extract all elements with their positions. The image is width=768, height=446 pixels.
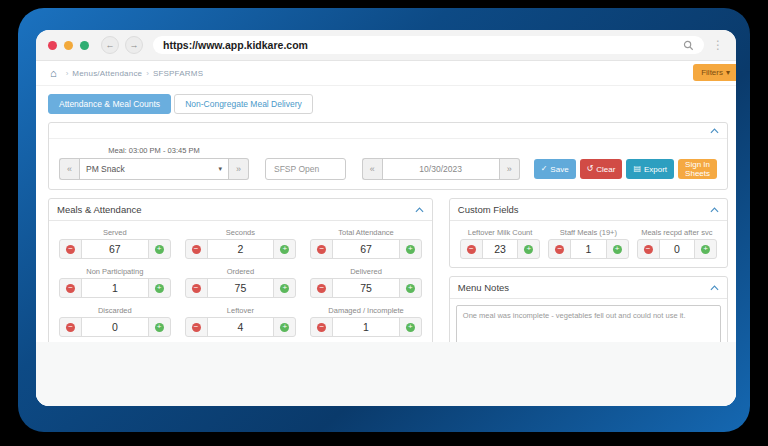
decrement-button[interactable]: − [638,240,659,258]
minimize-window-icon[interactable] [64,41,73,50]
url-bar[interactable]: https://www.app.kidkare.com [153,36,704,54]
meal-selector-panel: Meal: 03:00 PM - 03:45 PM « PM Snack ▾ »… [48,122,728,190]
increment-button[interactable]: + [400,318,421,336]
counter-value[interactable]: 67 [332,240,400,258]
save-button-label: Save [550,165,568,174]
home-icon[interactable]: ⌂ [50,68,57,79]
counter-label: Delivered [310,267,422,276]
increment-button[interactable]: + [149,318,170,336]
decrement-button[interactable]: − [60,240,81,258]
increment-button[interactable]: + [274,279,295,297]
previous-date-button[interactable]: « [362,158,382,180]
close-window-icon[interactable] [48,41,57,50]
counter-value[interactable]: 67 [81,240,149,258]
increment-button[interactable]: + [149,279,170,297]
clear-button[interactable]: ↺ Clear [580,159,623,179]
search-icon[interactable] [683,40,694,51]
decrement-button[interactable]: − [311,318,332,336]
collapse-chevron-up-icon[interactable] [710,128,719,134]
forward-icon: → [130,40,139,50]
collapse-chevron-up-icon[interactable] [415,207,424,213]
action-buttons: ✓ Save ↺ Clear ▤ Export Sign In Sheets [534,159,717,179]
counter-control: − 2 + [185,239,297,259]
collapse-chevron-up-icon[interactable] [710,285,719,291]
increment-button[interactable]: + [607,240,628,258]
counter-value[interactable]: 23 [482,240,518,258]
filters-button[interactable]: Filters ▾ [693,64,736,81]
counter-served: Served − 67 + [59,228,171,259]
site-input-value: SFSP Open [274,164,319,174]
tab-attendance-meal-counts[interactable]: Attendance & Meal Counts [48,94,171,114]
sign-in-sheets-button[interactable]: Sign In Sheets [678,159,717,179]
minus-icon: − [317,323,326,332]
counter-damaged-incomplete: Damaged / Incomplete − 1 + [310,306,422,337]
counter-value[interactable]: 1 [81,279,149,297]
maximize-window-icon[interactable] [80,41,89,50]
counter-value[interactable]: 2 [207,240,275,258]
decrement-button[interactable]: − [311,240,332,258]
forward-button[interactable]: → [125,36,143,54]
decrement-button[interactable]: − [60,318,81,336]
increment-button[interactable]: + [400,240,421,258]
increment-button[interactable]: + [400,279,421,297]
plus-icon: + [155,323,164,332]
decrement-button[interactable]: − [461,240,482,258]
counter-value[interactable]: 75 [207,279,275,297]
counter-value[interactable]: 1 [332,318,400,336]
browser-window: ← → https://www.app.kidkare.com ⋮ ⌂ › Me… [36,30,736,406]
increment-button[interactable]: + [274,318,295,336]
counter-value[interactable]: 0 [81,318,149,336]
meal-select[interactable]: PM Snack ▾ [79,158,229,180]
collapse-chevron-up-icon[interactable] [710,207,719,213]
increment-button[interactable]: + [518,240,539,258]
decrement-button[interactable]: − [311,279,332,297]
counter-control: − 4 + [185,317,297,337]
increment-button[interactable]: + [274,240,295,258]
decrement-button[interactable]: − [186,318,207,336]
date-picker-group: « 10/30/2023 » [362,158,520,180]
meals-attendance-counters: Served − 67 + Seconds − 2 + [49,221,432,345]
meal-selector-panel-header [49,123,727,139]
filters-button-label: Filters [701,68,723,77]
save-button[interactable]: ✓ Save [534,159,576,179]
counter-control: − 0 + [637,239,717,259]
minus-icon: − [555,245,564,254]
select-caret-icon: ▾ [218,165,222,173]
decrement-button[interactable]: − [60,279,81,297]
breadcrumb-item-menus-attendance[interactable]: Menus/Attendance [72,69,142,78]
counter-control: − 23 + [460,239,540,259]
counter-label: Seconds [185,228,297,237]
decrement-button[interactable]: − [186,240,207,258]
back-icon: ← [106,40,115,50]
counter-value[interactable]: 0 [659,240,695,258]
export-button[interactable]: ▤ Export [626,159,674,179]
browser-menu-icon[interactable]: ⋮ [712,39,724,51]
tab-non-congregate-meal-delivery[interactable]: Non-Congregate Meal Delivery [174,94,313,114]
next-date-button[interactable]: » [500,158,520,180]
counter-label: Total Attendance [310,228,422,237]
custom-fields-header: Custom Fields [450,199,727,221]
counter-meals-recpd-after-svc: Meals recpd after svc − 0 + [637,228,717,259]
counter-label: Meals recpd after svc [637,228,717,237]
counter-value[interactable]: 75 [332,279,400,297]
counter-ordered: Ordered − 75 + [185,267,297,298]
site-input[interactable]: SFSP Open [265,158,346,180]
chevron-down-icon: ▾ [726,68,730,77]
increment-button[interactable]: + [695,240,716,258]
breadcrumb: ⌂ › Menus/Attendance › SFSPFARMS Filters… [36,61,736,86]
counter-value[interactable]: 1 [570,240,606,258]
counter-value[interactable]: 4 [207,318,275,336]
counter-control: − 75 + [310,278,422,298]
plus-icon: + [280,245,289,254]
export-button-label: Export [644,165,667,174]
plus-icon: + [280,284,289,293]
counter-control: − 67 + [310,239,422,259]
counter-seconds: Seconds − 2 + [185,228,297,259]
decrement-button[interactable]: − [186,279,207,297]
increment-button[interactable]: + [149,240,170,258]
next-meal-button[interactable]: » [229,158,249,180]
previous-meal-button[interactable]: « [59,158,79,180]
back-button[interactable]: ← [101,36,119,54]
decrement-button[interactable]: − [549,240,570,258]
date-input[interactable]: 10/30/2023 [382,158,500,180]
